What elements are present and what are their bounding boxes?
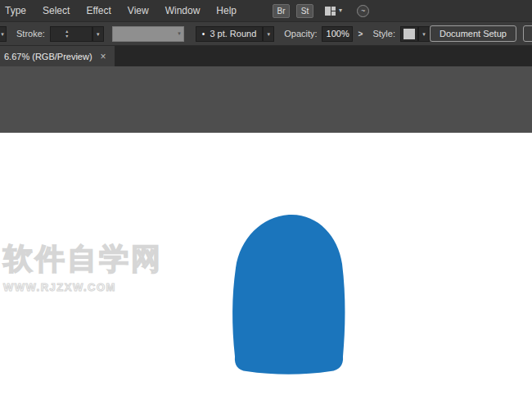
pasteboard [0,66,532,133]
style-swatch [404,29,415,39]
document-setup-button[interactable]: Document Setup [430,25,516,42]
close-icon[interactable]: × [101,52,106,61]
brush-definition-field[interactable]: • 3 pt. Round [196,26,263,42]
document-tab-title: 6.67% (RGB/Preview) [4,52,92,61]
style-swatch-field[interactable] [400,26,418,42]
workspace-layout-icon [325,7,336,16]
stroke-weight-dropdown[interactable]: ▾ [92,26,104,42]
workspace-switcher[interactable]: ▾ [325,7,342,16]
document-tab-bar: 6.67% (RGB/Preview) × [0,46,532,66]
menu-help[interactable]: Help [208,0,245,21]
menu-type[interactable]: Type [0,0,34,21]
sync-icon[interactable]: ~ [357,5,369,17]
chevron-down-icon: ▾ [339,7,342,14]
style-label: Style: [372,29,395,39]
menu-effect[interactable]: Effect [78,0,119,21]
watermark-text-cn: 软件自学网 [3,239,163,279]
watermark: 软件自学网 WWW.RJZXW.COM [3,239,163,293]
chevron-down-icon: ▾ [178,30,181,37]
brush-definition-value: 3 pt. Round [210,29,256,39]
menu-bar: Type Select Effect View Window Help Br S… [0,0,532,21]
style-dropdown[interactable]: ▾ [418,26,430,42]
stepper-down-icon[interactable]: ▾ [65,34,68,39]
document-tab[interactable]: 6.67% (RGB/Preview) × [0,46,115,66]
stroke-weight-field[interactable]: ▴ ▾ [50,26,92,42]
brush-definition-dropdown[interactable]: ▾ [263,26,274,42]
brush-thumbnail-icon: • [202,30,205,39]
opacity-flyout-arrow-icon[interactable]: > [358,30,363,39]
stepper-arrows-icon[interactable]: ▴ ▾ [61,29,74,39]
blue-shape-artwork[interactable] [232,211,348,377]
menu-select[interactable]: Select [34,0,78,21]
stroke-label: Stroke: [16,29,45,39]
opacity-value: 100% [327,29,349,39]
artboard-canvas[interactable]: 软件自学网 WWW.RJZXW.COM [0,133,532,404]
watermark-text-url: WWW.RJZXW.COM [3,281,163,293]
menu-window[interactable]: Window [157,0,209,21]
opacity-label: Opacity: [284,29,317,39]
menu-view[interactable]: View [119,0,157,21]
opacity-field[interactable]: 100% [322,26,353,42]
width-profile-dropdown[interactable]: ▾ [112,26,184,42]
control-bar: ▾ Stroke: ▴ ▾ ▾ ▾ • 3 pt. Round ▾ Opacit… [0,21,532,46]
blue-rounded-shape[interactable] [232,215,345,374]
preferences-button[interactable]: Preferences [523,25,532,42]
cropped-left-dropdown[interactable]: ▾ [0,26,7,42]
brushes-panel-button[interactable]: Br [273,4,290,18]
graphic-styles-panel-button[interactable]: St [296,4,313,18]
